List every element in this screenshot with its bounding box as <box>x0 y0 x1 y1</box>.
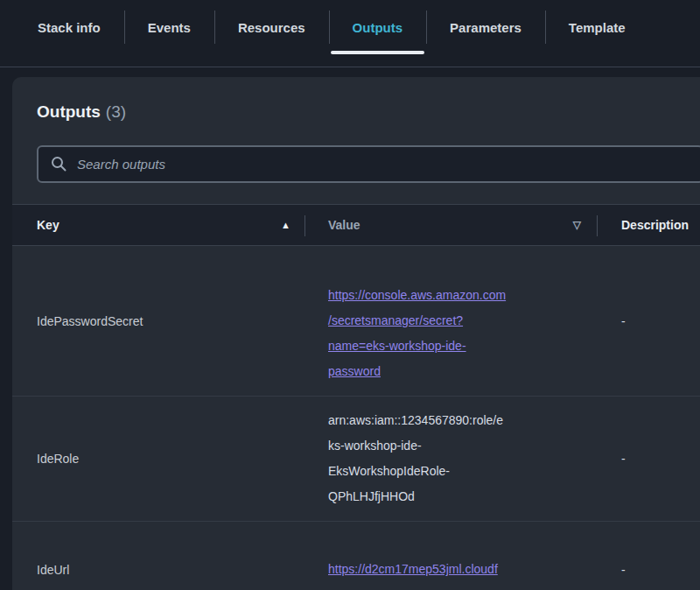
table-row: IdePasswordSecret https://console.aws.am… <box>12 246 700 396</box>
sort-ascending-icon[interactable]: ▲ <box>281 221 290 230</box>
output-key: IdePasswordSecret <box>12 246 304 396</box>
outputs-table: Key ▲ Value ▽ Description IdePasswordSec… <box>12 204 700 590</box>
search-container <box>37 145 700 183</box>
output-key: IdeUrl <box>12 522 304 590</box>
output-description: - <box>597 246 700 396</box>
search-input[interactable] <box>37 145 700 183</box>
output-value-link[interactable]: https://d2cm17mep53jml.cloudf ront.net <box>328 562 498 590</box>
column-header-key-label: Key <box>37 218 60 232</box>
output-description: - <box>597 397 700 521</box>
tab-resources[interactable]: Resources <box>214 0 329 54</box>
column-header-value[interactable]: Value ▽ <box>304 205 597 245</box>
outputs-panel: Outputs(3) Key ▲ Value ▽ Description Ide… <box>12 77 700 590</box>
output-value-link[interactable]: https://console.aws.amazon.com /secretsm… <box>328 288 506 378</box>
sort-none-icon[interactable]: ▽ <box>573 220 581 230</box>
table-row: IdeUrl https://d2cm17mep53jml.cloudf ron… <box>12 521 700 590</box>
stack-tabs: Stack info Events Resources Outputs Para… <box>0 0 700 67</box>
column-header-value-label: Value <box>328 218 360 232</box>
output-value-cell: https://d2cm17mep53jml.cloudf ront.net <box>304 522 597 590</box>
outputs-count-badge: (3) <box>106 102 126 121</box>
output-description: - <box>597 522 700 590</box>
output-value-text: arn:aws:iam::1234567890:role/e ks-worksh… <box>304 397 597 521</box>
tab-parameters[interactable]: Parameters <box>426 0 545 54</box>
column-header-description-label: Description <box>621 218 689 232</box>
column-header-key[interactable]: Key ▲ <box>12 205 304 245</box>
tab-stack-info[interactable]: Stack info <box>14 0 124 54</box>
tab-template[interactable]: Template <box>545 0 649 54</box>
table-header-row: Key ▲ Value ▽ Description <box>12 204 700 246</box>
output-key: IdeRole <box>12 397 304 521</box>
outputs-panel-header: Outputs(3) <box>12 77 700 130</box>
table-row: IdeRole arn:aws:iam::1234567890:role/e k… <box>12 396 700 521</box>
output-value-cell: https://console.aws.amazon.com /secretsm… <box>304 246 597 396</box>
tab-outputs[interactable]: Outputs <box>329 0 427 54</box>
column-header-description[interactable]: Description <box>597 205 700 245</box>
panel-title: Outputs <box>37 102 101 121</box>
tab-events[interactable]: Events <box>124 0 214 54</box>
